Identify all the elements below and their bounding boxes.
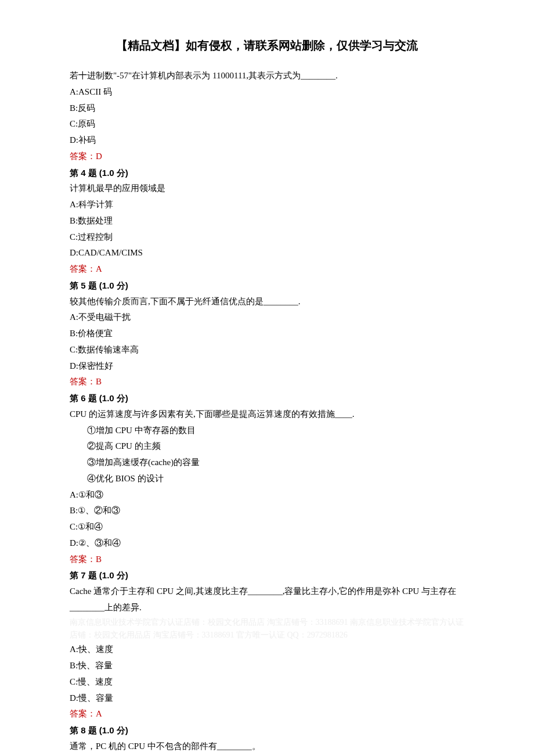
- watermark-text: 南京信息职业技术学院官方认证店铺：校园文化用品店 淘宝店铺号：33188691 …: [70, 616, 464, 642]
- q5-answer: 答案：B: [70, 374, 464, 390]
- q5-option-b: B:价格便宜: [70, 326, 464, 342]
- q3-option-a: A:ASCII 码: [70, 84, 464, 100]
- q6-text: CPU 的运算速度与许多因素有关,下面哪些是提高运算速度的有效措施____.: [70, 406, 464, 423]
- q6-option-d: D:②、③和④: [70, 535, 464, 552]
- question-8: 第 8 题 (1.0 分) 通常，PC 机的 CPU 中不包含的部件有_____…: [70, 722, 464, 756]
- q3-option-d: D:补码: [70, 132, 464, 149]
- q6-option-c: C:①和④: [70, 519, 464, 535]
- document-page: 【精品文档】如有侵权，请联系网站删除，仅供学习与交流 若十进制数"-57"在计算…: [0, 0, 534, 756]
- question-7: 第 7 题 (1.0 分) Cache 通常介于主存和 CPU 之间,其速度比主…: [70, 567, 464, 722]
- q4-title: 第 4 题 (1.0 分): [70, 165, 464, 181]
- q4-option-a: A:科学计算: [70, 197, 464, 213]
- q7-text: Cache 通常介于主存和 CPU 之间,其速度比主存________,容量比主…: [70, 584, 464, 616]
- q3-text: 若十进制数"-57"在计算机内部表示为 11000111,其表示方式为_____…: [70, 68, 464, 84]
- q5-option-d: D:保密性好: [70, 358, 464, 375]
- q4-option-d: D:CAD/CAM/CIMS: [70, 245, 464, 261]
- q6-item-4: ④优化 BIOS 的设计: [70, 471, 464, 487]
- q6-item-3: ③增加高速缓存(cache)的容量: [70, 455, 464, 471]
- question-4: 第 4 题 (1.0 分) 计算机最早的应用领域是 A:科学计算 B:数据处理 …: [70, 165, 464, 278]
- document-header: 【精品文档】如有侵权，请联系网站删除，仅供学习与交流: [70, 35, 464, 56]
- q7-option-a: A:快、速度: [70, 642, 464, 658]
- q4-text: 计算机最早的应用领域是: [70, 181, 464, 197]
- q3-answer: 答案：D: [70, 149, 464, 165]
- q7-option-b: B:快、容量: [70, 658, 464, 674]
- q8-title: 第 8 题 (1.0 分): [70, 722, 464, 739]
- q4-answer: 答案：A: [70, 261, 464, 278]
- q5-title: 第 5 题 (1.0 分): [70, 278, 464, 294]
- q6-item-1: ①增加 CPU 中寄存器的数目: [70, 423, 464, 439]
- q8-text: 通常，PC 机的 CPU 中不包含的部件有________。: [70, 739, 464, 755]
- q7-option-c: C:慢、速度: [70, 674, 464, 690]
- q7-title: 第 7 题 (1.0 分): [70, 567, 464, 584]
- q6-item-2: ②提高 CPU 的主频: [70, 438, 464, 455]
- question-5: 第 5 题 (1.0 分) 较其他传输介质而言,下面不属于光纤通信优点的是___…: [70, 278, 464, 390]
- q7-answer: 答案：A: [70, 706, 464, 722]
- q4-option-b: B:数据处理: [70, 213, 464, 229]
- q5-text: 较其他传输介质而言,下面不属于光纤通信优点的是________.: [70, 294, 464, 310]
- q5-option-a: A:不受电磁干扰: [70, 309, 464, 326]
- q7-option-d: D:慢、容量: [70, 690, 464, 707]
- q3-option-c: C:原码: [70, 116, 464, 132]
- q3-option-b: B:反码: [70, 100, 464, 117]
- question-3: 若十进制数"-57"在计算机内部表示为 11000111,其表示方式为_____…: [70, 68, 464, 165]
- q6-answer: 答案：B: [70, 552, 464, 568]
- q5-option-c: C:数据传输速率高: [70, 342, 464, 358]
- q4-option-c: C:过程控制: [70, 229, 464, 246]
- q6-option-b: B:①、②和③: [70, 503, 464, 519]
- question-6: 第 6 题 (1.0 分) CPU 的运算速度与许多因素有关,下面哪些是提高运算…: [70, 390, 464, 567]
- q6-title: 第 6 题 (1.0 分): [70, 390, 464, 406]
- q6-option-a: A:①和③: [70, 487, 464, 503]
